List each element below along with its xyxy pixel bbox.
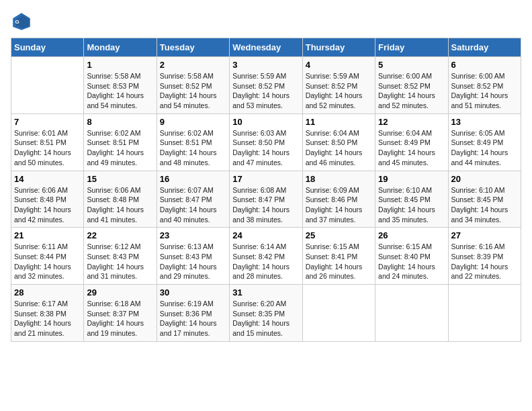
day-number: 10 <box>232 117 299 127</box>
day-cell: 29Sunrise: 6:18 AM Sunset: 8:37 PM Dayli… <box>84 285 157 342</box>
day-header-wednesday: Wednesday <box>230 38 302 57</box>
day-number: 17 <box>232 174 299 184</box>
week-row-4: 21Sunrise: 6:11 AM Sunset: 8:44 PM Dayli… <box>11 228 521 285</box>
day-cell: 15Sunrise: 6:06 AM Sunset: 8:48 PM Dayli… <box>84 171 157 228</box>
day-info: Sunrise: 6:09 AM Sunset: 8:46 PM Dayligh… <box>306 185 372 225</box>
day-info: Sunrise: 5:59 AM Sunset: 8:52 PM Dayligh… <box>306 71 372 111</box>
day-number: 5 <box>378 60 445 70</box>
week-row-5: 28Sunrise: 6:17 AM Sunset: 8:38 PM Dayli… <box>11 285 521 342</box>
logo: G <box>11 11 35 32</box>
day-cell: 4Sunrise: 5:59 AM Sunset: 8:52 PM Daylig… <box>302 57 375 114</box>
day-number: 1 <box>87 60 153 70</box>
day-cell: 13Sunrise: 6:05 AM Sunset: 8:49 PM Dayli… <box>448 113 521 171</box>
day-info: Sunrise: 6:17 AM Sunset: 8:38 PM Dayligh… <box>14 299 81 338</box>
day-number: 26 <box>378 230 445 240</box>
day-number: 21 <box>14 230 81 240</box>
day-number: 11 <box>306 117 372 127</box>
day-info: Sunrise: 6:15 AM Sunset: 8:40 PM Dayligh… <box>378 242 445 281</box>
day-cell: 24Sunrise: 6:14 AM Sunset: 8:42 PM Dayli… <box>230 228 302 285</box>
day-cell: 7Sunrise: 6:01 AM Sunset: 8:51 PM Daylig… <box>11 113 84 171</box>
day-cell: 8Sunrise: 6:02 AM Sunset: 8:51 PM Daylig… <box>84 113 157 171</box>
day-cell: 1Sunrise: 5:58 AM Sunset: 8:53 PM Daylig… <box>84 57 157 114</box>
day-cell: 5Sunrise: 6:00 AM Sunset: 8:52 PM Daylig… <box>375 57 448 114</box>
day-number: 13 <box>451 117 518 127</box>
svg-text:G: G <box>15 19 19 25</box>
day-header-thursday: Thursday <box>302 38 375 57</box>
day-info: Sunrise: 6:01 AM Sunset: 8:51 PM Dayligh… <box>14 128 81 168</box>
calendar-table: SundayMondayTuesdayWednesdayThursdayFrid… <box>11 38 521 342</box>
day-info: Sunrise: 6:00 AM Sunset: 8:52 PM Dayligh… <box>451 71 518 111</box>
day-number: 6 <box>451 60 518 70</box>
day-info: Sunrise: 6:20 AM Sunset: 8:35 PM Dayligh… <box>232 299 299 338</box>
day-info: Sunrise: 6:19 AM Sunset: 8:36 PM Dayligh… <box>160 299 226 338</box>
day-info: Sunrise: 6:07 AM Sunset: 8:47 PM Dayligh… <box>160 185 226 225</box>
week-row-3: 14Sunrise: 6:06 AM Sunset: 8:48 PM Dayli… <box>11 171 521 228</box>
day-info: Sunrise: 6:16 AM Sunset: 8:39 PM Dayligh… <box>451 242 518 281</box>
day-number: 25 <box>306 230 372 240</box>
day-info: Sunrise: 6:15 AM Sunset: 8:41 PM Dayligh… <box>306 242 372 281</box>
day-cell <box>375 285 448 342</box>
day-cell: 25Sunrise: 6:15 AM Sunset: 8:41 PM Dayli… <box>302 228 375 285</box>
day-cell <box>302 285 375 342</box>
day-info: Sunrise: 6:13 AM Sunset: 8:43 PM Dayligh… <box>160 242 226 281</box>
day-header-sunday: Sunday <box>11 38 84 57</box>
day-info: Sunrise: 6:00 AM Sunset: 8:52 PM Dayligh… <box>378 71 445 111</box>
day-number: 23 <box>160 230 226 240</box>
day-cell: 2Sunrise: 5:58 AM Sunset: 8:52 PM Daylig… <box>157 57 229 114</box>
day-info: Sunrise: 6:02 AM Sunset: 8:51 PM Dayligh… <box>87 128 153 168</box>
day-cell: 14Sunrise: 6:06 AM Sunset: 8:48 PM Dayli… <box>11 171 84 228</box>
day-cell: 23Sunrise: 6:13 AM Sunset: 8:43 PM Dayli… <box>157 228 229 285</box>
day-number: 8 <box>87 117 153 127</box>
day-info: Sunrise: 6:08 AM Sunset: 8:47 PM Dayligh… <box>232 185 299 225</box>
day-number: 28 <box>14 287 81 298</box>
day-number: 9 <box>160 117 226 127</box>
days-header-row: SundayMondayTuesdayWednesdayThursdayFrid… <box>11 38 521 57</box>
week-row-1: 1Sunrise: 5:58 AM Sunset: 8:53 PM Daylig… <box>11 57 521 114</box>
day-cell: 30Sunrise: 6:19 AM Sunset: 8:36 PM Dayli… <box>157 285 229 342</box>
day-cell: 17Sunrise: 6:08 AM Sunset: 8:47 PM Dayli… <box>230 171 302 228</box>
day-number: 20 <box>451 174 518 184</box>
day-info: Sunrise: 6:04 AM Sunset: 8:49 PM Dayligh… <box>378 128 445 168</box>
day-info: Sunrise: 5:58 AM Sunset: 8:53 PM Dayligh… <box>87 71 153 111</box>
day-cell: 10Sunrise: 6:03 AM Sunset: 8:50 PM Dayli… <box>230 113 302 171</box>
day-header-tuesday: Tuesday <box>157 38 229 57</box>
day-info: Sunrise: 6:14 AM Sunset: 8:42 PM Dayligh… <box>232 242 299 281</box>
day-number: 15 <box>87 174 153 184</box>
day-number: 27 <box>451 230 518 240</box>
day-header-saturday: Saturday <box>448 38 521 57</box>
day-info: Sunrise: 6:10 AM Sunset: 8:45 PM Dayligh… <box>378 185 445 225</box>
week-row-2: 7Sunrise: 6:01 AM Sunset: 8:51 PM Daylig… <box>11 113 521 171</box>
day-info: Sunrise: 6:12 AM Sunset: 8:43 PM Dayligh… <box>87 242 153 281</box>
day-cell: 19Sunrise: 6:10 AM Sunset: 8:45 PM Dayli… <box>375 171 448 228</box>
day-cell: 11Sunrise: 6:04 AM Sunset: 8:50 PM Dayli… <box>302 113 375 171</box>
logo-icon: G <box>11 11 32 32</box>
day-cell: 31Sunrise: 6:20 AM Sunset: 8:35 PM Dayli… <box>230 285 302 342</box>
day-info: Sunrise: 6:10 AM Sunset: 8:45 PM Dayligh… <box>451 185 518 225</box>
day-cell: 27Sunrise: 6:16 AM Sunset: 8:39 PM Dayli… <box>448 228 521 285</box>
day-info: Sunrise: 6:05 AM Sunset: 8:49 PM Dayligh… <box>451 128 518 168</box>
day-cell: 9Sunrise: 6:02 AM Sunset: 8:51 PM Daylig… <box>157 113 229 171</box>
day-cell: 6Sunrise: 6:00 AM Sunset: 8:52 PM Daylig… <box>448 57 521 114</box>
day-info: Sunrise: 6:18 AM Sunset: 8:37 PM Dayligh… <box>87 299 153 338</box>
day-number: 3 <box>232 60 299 70</box>
day-number: 18 <box>306 174 372 184</box>
day-cell: 3Sunrise: 5:59 AM Sunset: 8:52 PM Daylig… <box>230 57 302 114</box>
day-info: Sunrise: 6:06 AM Sunset: 8:48 PM Dayligh… <box>87 185 153 225</box>
page-header: G <box>11 11 521 32</box>
day-cell: 12Sunrise: 6:04 AM Sunset: 8:49 PM Dayli… <box>375 113 448 171</box>
day-number: 12 <box>378 117 445 127</box>
day-number: 19 <box>378 174 445 184</box>
day-header-monday: Monday <box>84 38 157 57</box>
day-info: Sunrise: 6:11 AM Sunset: 8:44 PM Dayligh… <box>14 242 81 281</box>
day-number: 24 <box>232 230 299 240</box>
day-number: 31 <box>232 287 299 298</box>
day-cell <box>448 285 521 342</box>
day-number: 22 <box>87 230 153 240</box>
calendar-body: 1Sunrise: 5:58 AM Sunset: 8:53 PM Daylig… <box>11 57 521 342</box>
day-cell: 20Sunrise: 6:10 AM Sunset: 8:45 PM Dayli… <box>448 171 521 228</box>
day-info: Sunrise: 6:02 AM Sunset: 8:51 PM Dayligh… <box>160 128 226 168</box>
day-info: Sunrise: 6:04 AM Sunset: 8:50 PM Dayligh… <box>306 128 372 168</box>
day-number: 7 <box>14 117 81 127</box>
day-cell: 18Sunrise: 6:09 AM Sunset: 8:46 PM Dayli… <box>302 171 375 228</box>
day-cell: 26Sunrise: 6:15 AM Sunset: 8:40 PM Dayli… <box>375 228 448 285</box>
